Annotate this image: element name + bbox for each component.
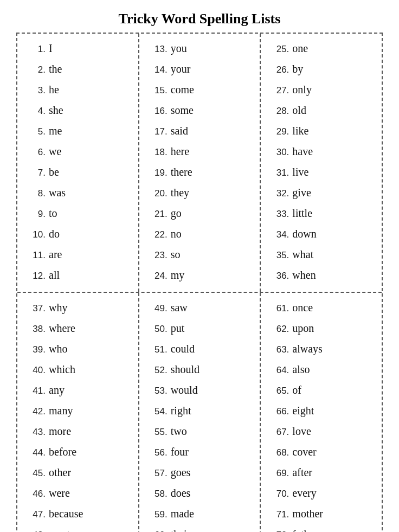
list-item: 39.who xyxy=(25,339,131,358)
item-word: goes xyxy=(171,463,191,482)
list-item: 72.father xyxy=(268,525,374,532)
item-word: cover xyxy=(292,443,316,461)
item-word: they xyxy=(171,183,189,202)
item-word: be xyxy=(49,163,59,181)
item-number: 31. xyxy=(268,165,289,181)
list-item: 54.right xyxy=(147,401,253,420)
item-number: 9. xyxy=(25,207,46,222)
item-word: little xyxy=(292,204,312,222)
list-item: 68.cover xyxy=(268,443,374,461)
item-number: 50. xyxy=(147,322,168,337)
item-word: because xyxy=(49,504,83,523)
list-item: 3.he xyxy=(25,80,131,99)
section-1-col-3: 25.one26.by27.only28.old29.like30.have31… xyxy=(261,34,382,292)
list-item: 28.old xyxy=(268,101,374,119)
list-item: 37.why xyxy=(25,298,131,317)
item-number: 25. xyxy=(268,42,289,57)
list-item: 20.they xyxy=(147,183,253,202)
item-number: 58. xyxy=(147,486,168,502)
item-number: 11. xyxy=(25,248,46,264)
item-number: 51. xyxy=(147,342,168,358)
item-word: does xyxy=(171,484,191,502)
item-number: 55. xyxy=(147,425,168,440)
item-word: should xyxy=(171,360,200,379)
item-number: 69. xyxy=(268,466,289,482)
list-item: 26.by xyxy=(268,60,374,78)
item-word: four xyxy=(171,443,189,461)
list-item: 21.go xyxy=(147,204,253,222)
item-word: more xyxy=(49,422,71,440)
item-number: 3. xyxy=(25,83,46,99)
item-word: which xyxy=(49,360,75,379)
item-number: 64. xyxy=(268,363,289,379)
list-item: 7.be xyxy=(25,163,131,181)
item-number: 39. xyxy=(25,342,46,358)
item-word: have xyxy=(292,142,313,161)
item-number: 33. xyxy=(268,207,289,222)
item-word: like xyxy=(292,121,308,140)
item-word: we xyxy=(49,142,61,161)
section-2-col-2: 49.saw50.put51.could52.should53.would54.… xyxy=(139,293,261,532)
list-item: 44.before xyxy=(25,443,131,461)
item-number: 15. xyxy=(147,83,168,99)
item-word: always xyxy=(292,339,323,358)
list-item: 69.after xyxy=(268,463,374,482)
item-number: 34. xyxy=(268,227,289,243)
list-item: 8.was xyxy=(25,183,131,202)
list-item: 9.to xyxy=(25,204,131,222)
list-item: 71.mother xyxy=(268,504,374,523)
item-number: 47. xyxy=(25,507,46,523)
list-item: 42.many xyxy=(25,401,131,420)
list-item: 13.you xyxy=(147,39,253,57)
item-word: my xyxy=(171,266,185,284)
item-word: so xyxy=(171,245,181,264)
item-word: right xyxy=(171,401,191,420)
list-item: 63.always xyxy=(268,339,374,358)
section-1-col-2: 13.you14.your15.come16.some17.said18.her… xyxy=(139,34,261,292)
item-word: she xyxy=(49,101,63,119)
item-word: many xyxy=(49,401,73,420)
item-word: love xyxy=(292,422,311,440)
item-number: 7. xyxy=(25,165,46,181)
item-number: 67. xyxy=(268,425,289,440)
item-word: also xyxy=(292,360,310,379)
item-number: 4. xyxy=(25,104,46,119)
item-word: their xyxy=(171,525,191,532)
item-number: 66. xyxy=(268,404,289,420)
item-number: 1. xyxy=(25,42,46,57)
item-word: two xyxy=(171,422,187,440)
list-item: 67.love xyxy=(268,422,374,440)
item-word: after xyxy=(292,463,312,482)
list-item: 47.because xyxy=(25,504,131,523)
list-item: 52.should xyxy=(147,360,253,379)
list-item: 70.every xyxy=(268,484,374,502)
page-title: Tricky Word Spelling Lists xyxy=(16,11,383,27)
item-number: 36. xyxy=(268,268,289,284)
word-lists-container: 1.I2.the3.he4.she5.me6.we7.be8.was9.to10… xyxy=(16,33,383,532)
item-word: here xyxy=(171,142,189,161)
list-item: 24.my xyxy=(147,266,253,284)
item-word: only xyxy=(292,80,312,99)
item-number: 19. xyxy=(147,165,168,181)
list-item: 66.eight xyxy=(268,401,374,420)
item-word: put xyxy=(171,319,185,337)
list-item: 11.are xyxy=(25,245,131,264)
item-number: 23. xyxy=(147,248,168,264)
list-item: 51.could xyxy=(147,339,253,358)
list-item: 22.no xyxy=(147,225,253,243)
list-item: 65.of xyxy=(268,381,374,399)
item-number: 72. xyxy=(268,528,289,532)
item-word: all xyxy=(49,266,60,284)
item-word: want xyxy=(49,525,70,532)
item-number: 48. xyxy=(25,528,46,532)
item-number: 12. xyxy=(25,268,46,284)
item-number: 62. xyxy=(268,322,289,337)
item-number: 5. xyxy=(25,124,46,140)
item-number: 24. xyxy=(147,268,168,284)
item-word: said xyxy=(171,121,188,140)
list-item: 41.any xyxy=(25,381,131,399)
item-number: 13. xyxy=(147,42,168,57)
item-word: give xyxy=(292,183,311,202)
list-item: 55.two xyxy=(147,422,253,440)
item-word: every xyxy=(292,484,316,502)
